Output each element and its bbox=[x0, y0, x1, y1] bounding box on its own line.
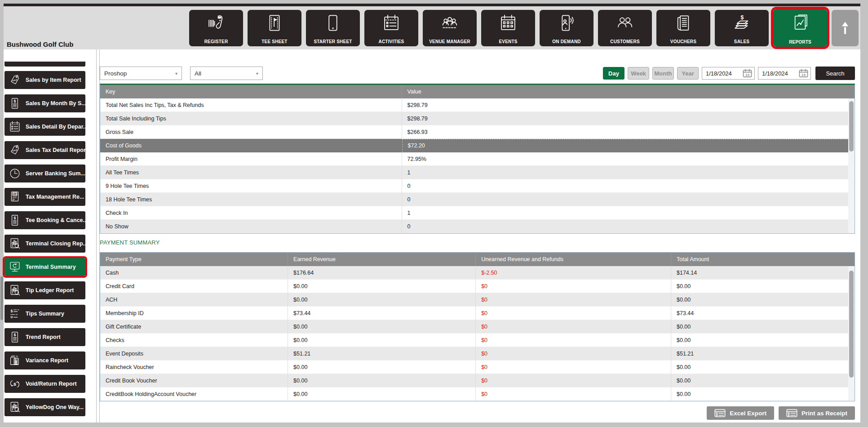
sidebar-item-variance-report[interactable]: 11Variance Report bbox=[4, 351, 85, 369]
toolbar-button-sales[interactable]: $SALES bbox=[715, 10, 769, 46]
summary-key-cell[interactable]: 9 Hole Tee Times bbox=[100, 179, 402, 193]
toolbar-button-activities[interactable]: ACTIVITIES bbox=[364, 10, 418, 46]
payment-type-cell[interactable]: Credit Book Voucher bbox=[100, 374, 288, 387]
summary-table-scrollbar[interactable] bbox=[848, 98, 855, 233]
summary-row-no-show[interactable]: No Show0 bbox=[100, 220, 855, 233]
period-button-day[interactable]: Day bbox=[603, 67, 624, 80]
calendar-icon[interactable]: 14 bbox=[743, 69, 752, 78]
summary-key-cell[interactable]: No Show bbox=[100, 220, 402, 233]
unearned-revenue-cell[interactable]: $0 bbox=[476, 280, 671, 293]
excel-export-button[interactable]: Excel Export bbox=[707, 406, 774, 420]
summary-key-cell[interactable]: Gross Sale bbox=[100, 125, 402, 139]
summary-key-cell[interactable]: Check In bbox=[100, 206, 402, 220]
summary-value-cell[interactable]: 0 bbox=[402, 220, 855, 233]
total-amount-cell[interactable]: $174.14 bbox=[671, 266, 855, 280]
sidebar-item-sales-tax-detail-report[interactable]: SALESales Tax Detail Report bbox=[4, 141, 85, 159]
unearned-revenue-cell[interactable]: $0 bbox=[476, 387, 671, 401]
summary-key-cell[interactable]: Total Sale Including Tips bbox=[100, 112, 402, 125]
unearned-revenue-cell[interactable]: $0 bbox=[476, 347, 671, 360]
summary-value-cell[interactable]: 1 bbox=[402, 206, 855, 220]
period-button-year[interactable]: Year bbox=[677, 67, 699, 80]
summary-row-total-net-sales-inc-tips-tax-refunds[interactable]: Total Net Sales Inc Tips, Tax & Refunds$… bbox=[100, 98, 855, 112]
payment-type-cell[interactable]: Membership ID bbox=[100, 307, 288, 320]
payment-type-cell[interactable]: Credit Card bbox=[100, 280, 288, 293]
earned-revenue-cell[interactable]: $0.00 bbox=[288, 360, 476, 374]
payment-row-cash[interactable]: Cash$176.64$-2.50$174.14 bbox=[100, 266, 855, 280]
summary-value-cell[interactable]: 0 bbox=[402, 193, 855, 206]
toolbar-button-tee-sheet[interactable]: TEE SHEET bbox=[248, 10, 301, 46]
search-button[interactable]: Search bbox=[815, 67, 855, 80]
summary-value-cell[interactable]: $266.93 bbox=[402, 125, 855, 139]
earned-revenue-cell[interactable]: $176.64 bbox=[288, 266, 476, 280]
toolbar-button-reports[interactable]: REPORTS bbox=[773, 9, 827, 47]
toolbar-button-starter-sheet[interactable]: STARTER SHEET bbox=[306, 10, 360, 46]
sidebar-item-trend-report[interactable]: $Trend Report bbox=[4, 328, 85, 346]
summary-value-cell[interactable]: $298.79 bbox=[402, 112, 855, 125]
toolbar-button-customers[interactable]: CUSTOMERS bbox=[598, 10, 652, 46]
earned-revenue-cell[interactable]: $0.00 bbox=[288, 320, 476, 334]
summary-value-cell[interactable]: 72.95% bbox=[402, 152, 855, 166]
summary-row-cost-of-goods[interactable]: Cost of Goods$72.20 bbox=[100, 139, 855, 152]
location-dropdown[interactable]: Proshop ▾ bbox=[100, 67, 182, 80]
payment-type-cell[interactable]: Checks bbox=[100, 334, 288, 347]
payment-row-event-deposits[interactable]: Event Deposits$51.21$0$51.21 bbox=[100, 347, 855, 360]
scrollbar-thumb[interactable] bbox=[849, 271, 854, 378]
summary-value-cell[interactable]: 0 bbox=[402, 179, 855, 193]
total-amount-cell[interactable]: $0.00 bbox=[671, 360, 855, 374]
toolbar-button-venue-manager[interactable]: VENUE MANAGER bbox=[423, 10, 477, 46]
payment-row-credit-card[interactable]: Credit Card$0.00$0$0.00 bbox=[100, 280, 855, 293]
unearned-revenue-cell[interactable]: $0 bbox=[476, 374, 671, 387]
sidebar-item-tip-ledger-report[interactable]: $Tip Ledger Report bbox=[4, 281, 85, 299]
payment-type-cell[interactable]: Raincheck Voucher bbox=[100, 360, 288, 374]
sidebar-scrollbar-thumb[interactable] bbox=[0, 276, 3, 320]
unearned-revenue-cell[interactable]: $0 bbox=[476, 360, 671, 374]
sidebar-item-sales-by-item-report[interactable]: SALESales by Item Report bbox=[4, 71, 85, 89]
end-date-field[interactable]: 1/18/2024 14 bbox=[758, 67, 811, 80]
total-amount-cell[interactable]: $0.00 bbox=[671, 374, 855, 387]
payment-type-cell[interactable]: Cash bbox=[100, 266, 288, 280]
unearned-revenue-cell[interactable]: $0 bbox=[476, 334, 671, 347]
total-amount-cell[interactable]: $0.00 bbox=[671, 280, 855, 293]
summary-row-profit-margin[interactable]: Profit Margin72.95% bbox=[100, 152, 855, 166]
sidebar-item-tee-booking-cance[interactable]: $Tee Booking & Cance... bbox=[4, 211, 85, 229]
total-amount-cell[interactable]: $0.00 bbox=[671, 387, 855, 401]
summary-row-18-hole-tee-times[interactable]: 18 Hole Tee Times0 bbox=[100, 193, 855, 206]
total-amount-cell[interactable]: $73.44 bbox=[671, 307, 855, 320]
toolbar-button-events[interactable]: EVENTS bbox=[481, 10, 535, 46]
payment-type-cell[interactable]: CreditBook HoldingAccount Voucher bbox=[100, 387, 288, 401]
summary-value-cell[interactable]: $72.20 bbox=[402, 139, 855, 152]
payment-table-scrollbar[interactable] bbox=[848, 266, 855, 401]
summary-key-cell[interactable]: All Tee Times bbox=[100, 166, 402, 179]
summary-key-cell[interactable]: 18 Hole Tee Times bbox=[100, 193, 402, 206]
sidebar-item-void-return-report[interactable]: $Void/Return Report bbox=[4, 375, 85, 393]
toolbar-scroll-up-button[interactable] bbox=[832, 10, 859, 46]
sidebar-item-tips-summary[interactable]: $Tips Summary bbox=[4, 305, 85, 323]
payment-row-checks[interactable]: Checks$0.00$0$0.00 bbox=[100, 334, 855, 347]
summary-key-cell[interactable]: Total Net Sales Inc Tips, Tax & Refunds bbox=[100, 98, 402, 112]
payment-row-creditbook-holdingaccount-voucher[interactable]: CreditBook HoldingAccount Voucher$0.00$0… bbox=[100, 387, 855, 401]
print-receipt-button[interactable]: Print as Receipt bbox=[779, 406, 855, 420]
earned-revenue-cell[interactable]: $73.44 bbox=[288, 307, 476, 320]
unearned-revenue-cell[interactable]: $0 bbox=[476, 293, 671, 307]
payment-row-raincheck-voucher[interactable]: Raincheck Voucher$0.00$0$0.00 bbox=[100, 360, 855, 374]
sidebar-item-terminal-summary[interactable]: Terminal Summary bbox=[4, 258, 85, 276]
period-button-month[interactable]: Month bbox=[652, 67, 674, 80]
unearned-revenue-cell[interactable]: $0 bbox=[476, 320, 671, 334]
sidebar-item-terminal-closing-rep[interactable]: $Terminal Closing Rep... bbox=[4, 235, 85, 253]
terminal-dropdown[interactable]: All ▾ bbox=[190, 67, 263, 80]
earned-revenue-cell[interactable]: $0.00 bbox=[288, 387, 476, 401]
payment-type-cell[interactable]: ACH bbox=[100, 293, 288, 307]
period-button-week[interactable]: Week bbox=[628, 67, 649, 80]
total-amount-cell[interactable]: $51.21 bbox=[671, 347, 855, 360]
summary-value-cell[interactable]: $298.79 bbox=[402, 98, 855, 112]
payment-type-cell[interactable]: Event Deposits bbox=[100, 347, 288, 360]
unearned-revenue-cell[interactable]: $-2.50 bbox=[476, 266, 671, 280]
unearned-revenue-cell[interactable]: $0 bbox=[476, 307, 671, 320]
payment-row-ach[interactable]: ACH$0.00$0$0.00 bbox=[100, 293, 855, 307]
toolbar-button-register[interactable]: REGISTER bbox=[189, 10, 243, 46]
toolbar-button-on-demand[interactable]: ON DEMAND bbox=[540, 10, 593, 46]
summary-value-cell[interactable]: 1 bbox=[402, 166, 855, 179]
earned-revenue-cell[interactable]: $0.00 bbox=[288, 280, 476, 293]
start-date-field[interactable]: 1/18/2024 14 bbox=[702, 67, 755, 80]
calendar-icon[interactable]: 14 bbox=[799, 69, 808, 78]
